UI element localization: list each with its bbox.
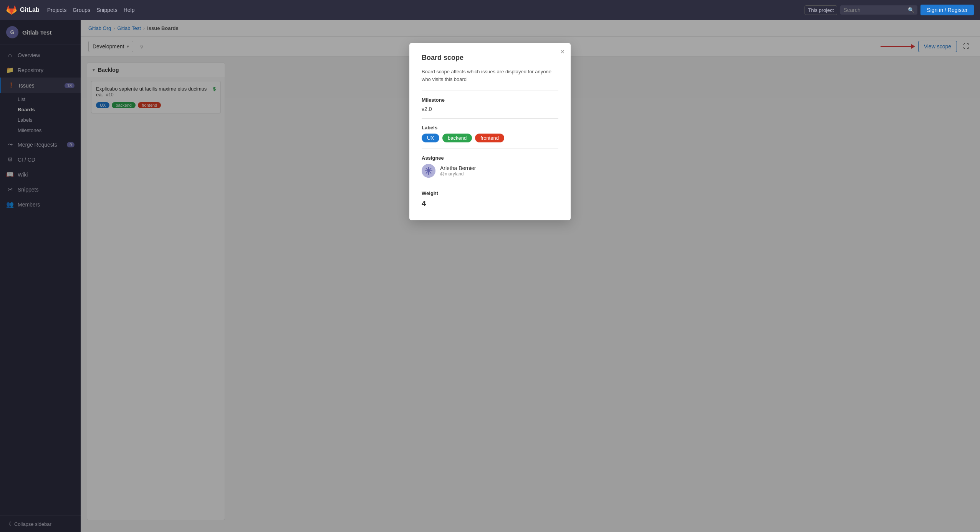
gitlab-wordmark: GitLab bbox=[20, 7, 40, 13]
modal-labels: UX backend frontend bbox=[422, 134, 558, 142]
modal-description: Board scope affects which issues are dis… bbox=[422, 68, 558, 83]
labels-label: Labels bbox=[422, 125, 558, 131]
assignee-row: Arletha Bernier @maryland bbox=[422, 164, 558, 178]
top-navigation: GitLab Projects Groups Snippets Help Thi… bbox=[0, 0, 980, 20]
assignee-handle: @maryland bbox=[440, 171, 476, 177]
nav-projects[interactable]: Projects bbox=[47, 7, 67, 13]
modal-label-backend: backend bbox=[442, 134, 472, 142]
this-project-label: This project bbox=[805, 5, 837, 15]
milestone-value: v2.0 bbox=[422, 106, 558, 112]
nav-help[interactable]: Help bbox=[124, 7, 135, 13]
modal-divider-2 bbox=[422, 118, 558, 119]
modal-divider-3 bbox=[422, 149, 558, 149]
assignee-info: Arletha Bernier @maryland bbox=[440, 165, 476, 177]
modal-overlay: × Board scope Board scope affects which … bbox=[81, 20, 980, 532]
modal-label-frontend: frontend bbox=[475, 134, 504, 142]
milestone-label: Milestone bbox=[422, 97, 558, 103]
sign-in-button[interactable]: Sign in / Register bbox=[920, 5, 974, 15]
weight-label: Weight bbox=[422, 190, 558, 196]
nav-groups[interactable]: Groups bbox=[73, 7, 90, 13]
search-input[interactable] bbox=[843, 7, 905, 13]
gitlab-logo-area[interactable]: GitLab bbox=[6, 5, 40, 15]
main-content: Gitlab Org › Gitlab Test › Issue Boards … bbox=[81, 20, 980, 532]
board-scope-modal: × Board scope Board scope affects which … bbox=[409, 43, 571, 220]
top-nav-links: Projects Groups Snippets Help bbox=[47, 7, 135, 13]
modal-label-ux: UX bbox=[422, 134, 439, 142]
search-area[interactable]: 🔍 bbox=[840, 5, 917, 15]
weight-value: 4 bbox=[422, 199, 558, 208]
assignee-name: Arletha Bernier bbox=[440, 165, 476, 171]
modal-divider-4 bbox=[422, 184, 558, 184]
nav-snippets[interactable]: Snippets bbox=[96, 7, 117, 13]
search-icon: 🔍 bbox=[908, 7, 914, 13]
modal-divider-1 bbox=[422, 91, 558, 91]
avatar bbox=[422, 164, 435, 178]
modal-title: Board scope bbox=[422, 54, 558, 62]
assignee-label: Assignee bbox=[422, 155, 558, 161]
app-body: G Gitlab Test ⌂ Overview 📁 Repository ! … bbox=[0, 20, 980, 532]
modal-close-button[interactable]: × bbox=[560, 48, 564, 55]
top-nav-right: This project 🔍 Sign in / Register bbox=[805, 5, 974, 15]
